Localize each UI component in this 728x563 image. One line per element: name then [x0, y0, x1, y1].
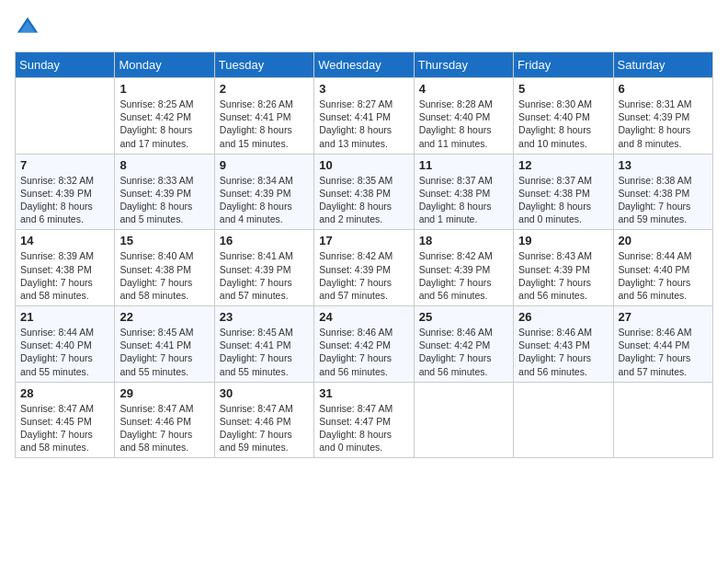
calendar-cell: 13Sunrise: 8:38 AM Sunset: 4:38 PM Dayli… — [613, 154, 712, 230]
day-number: 29 — [119, 386, 209, 400]
day-number: 4 — [419, 82, 508, 96]
day-number: 7 — [20, 158, 109, 172]
calendar-cell: 31Sunrise: 8:47 AM Sunset: 4:47 PM Dayli… — [314, 382, 414, 458]
calendar-cell: 12Sunrise: 8:37 AM Sunset: 4:38 PM Dayli… — [514, 154, 613, 230]
day-number: 21 — [20, 310, 109, 324]
day-number: 12 — [518, 158, 608, 172]
day-number: 1 — [119, 82, 209, 96]
calendar-cell: 15Sunrise: 8:40 AM Sunset: 4:38 PM Dayli… — [115, 230, 214, 306]
day-info: Sunrise: 8:34 AM Sunset: 4:39 PM Dayligh… — [220, 174, 309, 226]
calendar-cell: 19Sunrise: 8:43 AM Sunset: 4:39 PM Dayli… — [514, 230, 613, 306]
day-of-week-header: Monday — [115, 52, 214, 78]
calendar-week-row: 14Sunrise: 8:39 AM Sunset: 4:38 PM Dayli… — [16, 230, 713, 306]
day-number: 15 — [119, 234, 209, 247]
day-of-week-header: Friday — [514, 52, 613, 78]
calendar-cell: 8Sunrise: 8:33 AM Sunset: 4:39 PM Daylig… — [115, 154, 214, 230]
calendar-cell: 25Sunrise: 8:46 AM Sunset: 4:42 PM Dayli… — [414, 306, 513, 383]
day-info: Sunrise: 8:33 AM Sunset: 4:39 PM Dayligh… — [119, 174, 209, 226]
day-info: Sunrise: 8:46 AM Sunset: 4:42 PM Dayligh… — [319, 326, 408, 378]
day-info: Sunrise: 8:45 AM Sunset: 4:41 PM Dayligh… — [119, 326, 209, 378]
calendar-cell: 3Sunrise: 8:27 AM Sunset: 4:41 PM Daylig… — [314, 78, 414, 155]
calendar-cell: 11Sunrise: 8:37 AM Sunset: 4:38 PM Dayli… — [414, 154, 513, 230]
day-number: 20 — [619, 234, 708, 247]
day-number: 26 — [518, 310, 608, 324]
day-number: 18 — [419, 234, 508, 247]
day-info: Sunrise: 8:26 AM Sunset: 4:41 PM Dayligh… — [220, 98, 309, 150]
day-info: Sunrise: 8:45 AM Sunset: 4:41 PM Dayligh… — [220, 326, 309, 378]
day-of-week-header: Sunday — [16, 52, 115, 78]
day-number: 8 — [119, 158, 209, 172]
day-number: 28 — [20, 386, 109, 400]
day-info: Sunrise: 8:30 AM Sunset: 4:40 PM Dayligh… — [518, 98, 608, 150]
day-info: Sunrise: 8:37 AM Sunset: 4:38 PM Dayligh… — [518, 174, 608, 226]
calendar-cell — [613, 382, 712, 458]
day-info: Sunrise: 8:43 AM Sunset: 4:39 PM Dayligh… — [518, 249, 608, 302]
calendar-cell: 21Sunrise: 8:44 AM Sunset: 4:40 PM Dayli… — [16, 306, 115, 383]
calendar-week-row: 28Sunrise: 8:47 AM Sunset: 4:45 PM Dayli… — [16, 382, 713, 458]
day-of-week-header: Tuesday — [214, 52, 313, 78]
day-info: Sunrise: 8:47 AM Sunset: 4:46 PM Dayligh… — [220, 402, 309, 454]
calendar-cell: 4Sunrise: 8:28 AM Sunset: 4:40 PM Daylig… — [414, 78, 513, 155]
day-number: 19 — [518, 234, 608, 247]
day-number: 30 — [220, 386, 309, 400]
day-number: 3 — [319, 82, 408, 96]
day-info: Sunrise: 8:46 AM Sunset: 4:42 PM Dayligh… — [419, 326, 508, 378]
calendar-cell: 1Sunrise: 8:25 AM Sunset: 4:42 PM Daylig… — [115, 78, 214, 155]
day-number: 24 — [319, 310, 408, 324]
day-info: Sunrise: 8:39 AM Sunset: 4:38 PM Dayligh… — [20, 249, 109, 302]
logo-icon — [15, 15, 40, 40]
calendar-cell: 6Sunrise: 8:31 AM Sunset: 4:39 PM Daylig… — [613, 78, 712, 155]
calendar-table: SundayMondayTuesdayWednesdayThursdayFrid… — [15, 52, 713, 458]
day-of-week-header: Wednesday — [314, 52, 414, 78]
calendar-cell: 24Sunrise: 8:46 AM Sunset: 4:42 PM Dayli… — [314, 306, 414, 383]
day-number: 10 — [319, 158, 408, 172]
calendar-week-row: 21Sunrise: 8:44 AM Sunset: 4:40 PM Dayli… — [16, 306, 713, 383]
day-number: 14 — [20, 234, 109, 247]
day-number: 22 — [119, 310, 209, 324]
day-number: 6 — [619, 82, 708, 96]
day-info: Sunrise: 8:44 AM Sunset: 4:40 PM Dayligh… — [619, 249, 708, 302]
day-info: Sunrise: 8:47 AM Sunset: 4:45 PM Dayligh… — [20, 402, 109, 454]
calendar-cell: 27Sunrise: 8:46 AM Sunset: 4:44 PM Dayli… — [613, 306, 712, 383]
calendar-cell: 29Sunrise: 8:47 AM Sunset: 4:46 PM Dayli… — [115, 382, 214, 458]
calendar-week-row: 1Sunrise: 8:25 AM Sunset: 4:42 PM Daylig… — [16, 78, 713, 155]
day-info: Sunrise: 8:37 AM Sunset: 4:38 PM Dayligh… — [419, 174, 508, 226]
day-info: Sunrise: 8:44 AM Sunset: 4:40 PM Dayligh… — [20, 326, 109, 378]
calendar-cell: 22Sunrise: 8:45 AM Sunset: 4:41 PM Dayli… — [115, 306, 214, 383]
day-info: Sunrise: 8:46 AM Sunset: 4:43 PM Dayligh… — [518, 326, 608, 378]
logo — [15, 15, 42, 40]
day-number: 31 — [319, 386, 408, 400]
day-number: 2 — [220, 82, 309, 96]
calendar-cell: 20Sunrise: 8:44 AM Sunset: 4:40 PM Dayli… — [613, 230, 712, 306]
day-number: 17 — [319, 234, 408, 247]
calendar-cell: 5Sunrise: 8:30 AM Sunset: 4:40 PM Daylig… — [514, 78, 613, 155]
day-of-week-header: Thursday — [414, 52, 513, 78]
day-number: 5 — [518, 82, 608, 96]
day-info: Sunrise: 8:47 AM Sunset: 4:47 PM Dayligh… — [319, 402, 408, 454]
day-number: 13 — [619, 158, 708, 172]
page-header — [15, 15, 713, 40]
calendar-cell — [16, 78, 115, 155]
calendar-cell: 28Sunrise: 8:47 AM Sunset: 4:45 PM Dayli… — [16, 382, 115, 458]
calendar-cell: 2Sunrise: 8:26 AM Sunset: 4:41 PM Daylig… — [214, 78, 313, 155]
calendar-cell: 18Sunrise: 8:42 AM Sunset: 4:39 PM Dayli… — [414, 230, 513, 306]
day-info: Sunrise: 8:42 AM Sunset: 4:39 PM Dayligh… — [419, 249, 508, 302]
calendar-cell: 10Sunrise: 8:35 AM Sunset: 4:38 PM Dayli… — [314, 154, 414, 230]
calendar-cell: 17Sunrise: 8:42 AM Sunset: 4:39 PM Dayli… — [314, 230, 414, 306]
day-info: Sunrise: 8:32 AM Sunset: 4:39 PM Dayligh… — [20, 174, 109, 226]
calendar-header-row: SundayMondayTuesdayWednesdayThursdayFrid… — [16, 52, 713, 78]
calendar-cell: 9Sunrise: 8:34 AM Sunset: 4:39 PM Daylig… — [214, 154, 313, 230]
day-info: Sunrise: 8:42 AM Sunset: 4:39 PM Dayligh… — [319, 249, 408, 302]
day-info: Sunrise: 8:47 AM Sunset: 4:46 PM Dayligh… — [119, 402, 209, 454]
calendar-cell: 14Sunrise: 8:39 AM Sunset: 4:38 PM Dayli… — [16, 230, 115, 306]
calendar-cell: 23Sunrise: 8:45 AM Sunset: 4:41 PM Dayli… — [214, 306, 313, 383]
day-number: 25 — [419, 310, 508, 324]
day-info: Sunrise: 8:46 AM Sunset: 4:44 PM Dayligh… — [619, 326, 708, 378]
day-info: Sunrise: 8:28 AM Sunset: 4:40 PM Dayligh… — [419, 98, 508, 150]
calendar-cell — [514, 382, 613, 458]
calendar-cell: 7Sunrise: 8:32 AM Sunset: 4:39 PM Daylig… — [16, 154, 115, 230]
day-info: Sunrise: 8:40 AM Sunset: 4:38 PM Dayligh… — [119, 249, 209, 302]
calendar-cell: 26Sunrise: 8:46 AM Sunset: 4:43 PM Dayli… — [514, 306, 613, 383]
day-number: 16 — [220, 234, 309, 247]
day-info: Sunrise: 8:38 AM Sunset: 4:38 PM Dayligh… — [619, 174, 708, 226]
